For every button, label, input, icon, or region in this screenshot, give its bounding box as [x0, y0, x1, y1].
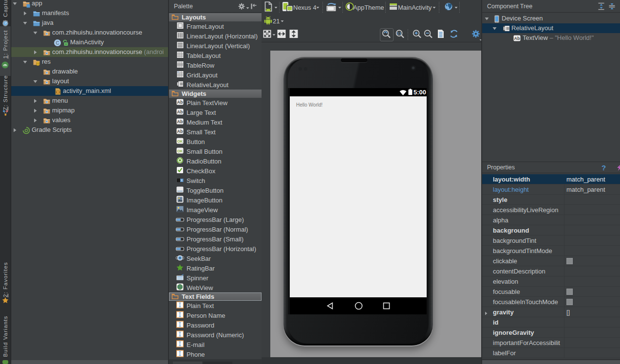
svg-text:Ab: Ab: [177, 129, 183, 134]
svg-text:1:1: 1:1: [397, 32, 402, 35]
svg-text:OK: OK: [177, 139, 183, 144]
svg-text:OK: OK: [177, 149, 183, 153]
svg-text:Ab: Ab: [514, 36, 520, 41]
svg-text:Ab: Ab: [177, 119, 183, 124]
svg-text:Ab: Ab: [177, 100, 183, 105]
svg-text:C: C: [56, 40, 59, 45]
svg-text:Ab: Ab: [177, 109, 183, 114]
